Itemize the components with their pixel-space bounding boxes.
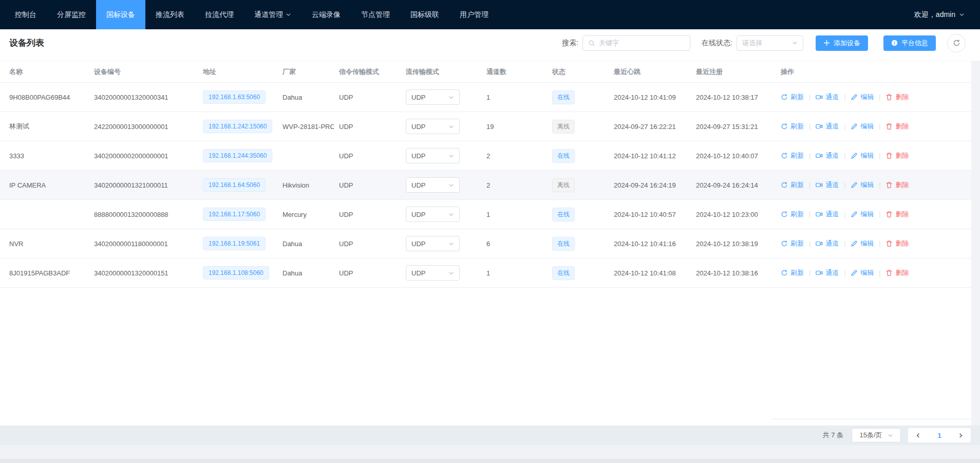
page-size-select[interactable]: 15条/页 [852,428,901,442]
refresh-action[interactable]: 刷新 [781,151,804,160]
delete-icon [885,269,893,276]
chevron-down-icon [286,12,291,17]
channel-count: 2 [486,181,490,189]
delete-action[interactable]: 删除 [885,180,909,190]
refresh-icon [781,123,788,130]
stream-mode-select[interactable]: UDP [406,148,460,163]
pagination-divider [772,419,970,419]
address-tag: 192.168.1.63:5060 [203,90,266,104]
stream-mode-select[interactable]: UDP [406,207,460,222]
delete-action[interactable]: 删除 [885,92,909,102]
refresh-action[interactable]: 刷新 [781,180,804,190]
vendor: Dahua [282,94,302,101]
action-separator: | [879,211,880,218]
stream-mode-select[interactable]: UDP [406,265,460,281]
refresh-action[interactable]: 刷新 [781,239,804,248]
edit-action[interactable]: 编辑 [851,180,874,190]
action-separator: | [844,94,845,101]
table-cell: IP CAMERA [0,181,89,189]
table-cell: 2024-10-12 10:41:08 [609,269,691,277]
online-status-label: 在线状态: [702,39,732,48]
channel-action[interactable]: 通道 [816,180,839,190]
action-separator: | [844,123,845,130]
action-separator: | [879,123,880,130]
delete-action[interactable]: 删除 [885,151,909,160]
delete-action[interactable]: 删除 [885,239,909,248]
signal-transport-mode: UDP [339,94,353,101]
toolbar-controls: 搜索: 在线状态: 请选择 添加设备 平台信息 [562,34,966,52]
nav-tab-label: 推流列表 [156,10,184,20]
channel-action-label: 通道 [825,210,839,219]
delete-action[interactable]: 删除 [885,268,909,277]
nav-tab-10[interactable]: 用户管理 [449,0,499,29]
action-separator: | [879,152,880,159]
edit-action[interactable]: 编辑 [851,239,874,248]
refresh-action[interactable]: 刷新 [781,122,804,131]
delete-action-label: 删除 [895,180,909,190]
channel-action[interactable]: 通道 [816,92,839,102]
stream-mode-select[interactable]: UDP [406,236,460,251]
refresh-action[interactable]: 刷新 [781,92,804,102]
stream-mode-select[interactable]: UDP [406,119,460,134]
online-status-select[interactable]: 请选择 [737,35,803,51]
channel-action-label: 通道 [825,268,839,277]
delete-icon [885,152,893,159]
page-bottom-edge [0,459,980,463]
stream-mode-select[interactable]: UDP [406,177,460,193]
nav-tab-6[interactable]: 通道管理 [244,0,301,29]
platform-info-button[interactable]: 平台信息 [883,35,936,51]
stream-mode-value: UDP [411,123,425,131]
delete-action[interactable]: 删除 [885,210,909,219]
nav-tab-8[interactable]: 节点管理 [351,0,400,29]
edit-action[interactable]: 编辑 [851,92,874,102]
chevron-left-icon [915,433,921,438]
stream-mode-value: UDP [411,269,425,277]
edit-action[interactable]: 编辑 [851,210,874,219]
user-menu[interactable]: 欢迎，admin [914,0,980,29]
refresh-icon [781,211,788,218]
delete-action-label: 删除 [895,151,909,160]
table-cell: 2024-09-24 16:24:14 [691,181,776,189]
plus-icon [823,40,830,46]
nav-tab-4[interactable]: 推流列表 [145,0,195,29]
edit-action[interactable]: 编辑 [851,151,874,160]
nav-tab-9[interactable]: 国标级联 [400,0,449,29]
refresh-action[interactable]: 刷新 [781,210,804,219]
channel-action[interactable]: 通道 [816,239,839,248]
current-page[interactable]: 1 [937,432,941,439]
prev-page-button[interactable] [915,433,921,438]
reload-list-button[interactable] [947,34,966,52]
nav-tab-label: 云端录像 [312,10,341,20]
channel-action[interactable]: 通道 [816,268,839,277]
action-separator: | [809,181,811,189]
status-badge: 离线 [552,178,575,192]
edit-action-label: 编辑 [860,122,874,131]
edit-action[interactable]: 编辑 [851,268,874,277]
add-device-button[interactable]: 添加设备 [816,35,868,51]
channel-action[interactable]: 通道 [816,210,839,219]
delete-action[interactable]: 删除 [885,122,909,131]
table-cell: 刷新|通道|编辑|删除 [776,92,980,102]
delete-icon [885,123,893,130]
next-page-button[interactable] [958,433,964,438]
refresh-action-label: 刷新 [790,122,804,131]
nav-tab-5[interactable]: 拉流代理 [195,0,244,29]
channel-action[interactable]: 通道 [816,151,839,160]
nav-tab-7[interactable]: 云端录像 [301,0,351,29]
refresh-action[interactable]: 刷新 [781,268,804,277]
camera-icon [816,240,823,247]
nav-tab-3[interactable]: 国标设备 [96,0,145,29]
nav-tab-1[interactable]: 控制台 [5,0,47,29]
edit-icon [851,240,858,247]
edit-action[interactable]: 编辑 [851,122,874,131]
signal-transport-mode: UDP [339,123,353,131]
search-input[interactable] [599,39,685,47]
column-header: 最近心跳 [609,67,691,77]
online-status-placeholder: 请选择 [742,39,762,48]
stream-mode-select[interactable]: UDP [406,89,460,105]
refresh-action-label: 刷新 [790,180,804,190]
channel-action[interactable]: 通道 [816,122,839,131]
nav-tab-2[interactable]: 分屏监控 [47,0,96,29]
table-cell: 2024-10-12 10:23:00 [691,211,776,218]
address-tag: 192.168.1.19:5061 [203,237,266,250]
